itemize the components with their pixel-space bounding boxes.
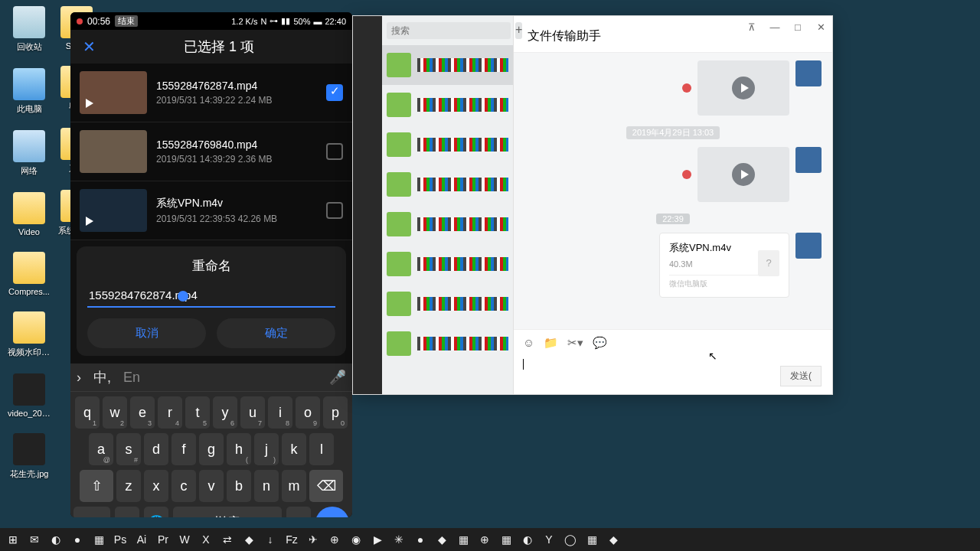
ok-button[interactable]: 确定 [217,318,335,348]
taskbar-app[interactable]: ↓ [260,530,280,549]
desktop-icon-compress[interactable]: Compres... [8,252,51,296]
key-x[interactable]: x [144,470,168,502]
key-k[interactable]: k [282,433,306,465]
taskbar-app[interactable]: ✳ [389,530,409,549]
avatar[interactable] [795,60,822,86]
close-icon[interactable]: ✕ [809,16,832,39]
backspace-key[interactable]: ⌫ [309,470,343,502]
key-u[interactable]: u7 [240,396,265,429]
conversation-item[interactable] [382,165,513,204]
globe-key[interactable]: 🌐 [144,507,168,517]
key-p[interactable]: p0 [323,396,348,429]
taskbar-app[interactable]: X [196,530,216,549]
status-rec-label[interactable]: 结束 [115,15,138,27]
taskbar-app[interactable]: ▦ [89,530,109,549]
emoji-icon[interactable]: ☺ [523,336,534,350]
text-cursor-handle[interactable] [178,291,188,302]
key-v[interactable]: v [199,470,224,502]
taskbar-app[interactable]: ⇄ [217,530,237,549]
desktop-icon-watermark[interactable]: 视频水印去除 [8,311,51,358]
conversation-item[interactable] [382,125,513,165]
taskbar-app[interactable]: ▶ [368,530,387,549]
conversation-item[interactable] [382,324,513,364]
conversation-item[interactable] [382,45,513,85]
taskbar-app[interactable]: ◐ [518,530,537,549]
taskbar-app[interactable]: ⊕ [325,530,345,549]
taskbar-app[interactable]: Ai [132,530,152,549]
taskbar-app[interactable]: ◆ [603,530,623,549]
taskbar-app[interactable]: ● [67,530,87,549]
send-button[interactable]: 发送( [780,366,822,386]
taskbar-app[interactable]: ◯ [560,530,580,549]
enter-key[interactable]: ✓ [315,507,349,517]
taskbar-app[interactable]: W [175,530,194,549]
taskbar-app[interactable]: ◆ [239,530,259,549]
file-message[interactable]: 系统VPN.m4v 40.3M ? 微信电脑版 [659,233,789,298]
folder-icon[interactable]: 📁 [544,336,558,350]
taskbar-app[interactable]: ▦ [453,530,473,549]
taskbar-app[interactable]: ◐ [46,530,66,549]
numeric-key[interactable]: ?123 [74,507,110,517]
taskbar-app[interactable]: ▦ [582,530,602,549]
start-button[interactable]: ⊞ [3,530,23,549]
file-checkbox[interactable] [326,202,343,219]
key-h[interactable]: h( [227,433,251,465]
avatar[interactable] [795,233,822,259]
taskbar-app[interactable]: ✉ [24,530,44,549]
ime-expand-icon[interactable]: › [77,370,81,386]
ime-lang-cn[interactable]: 中, [93,368,111,386]
rename-input[interactable] [87,285,335,308]
key-y[interactable]: y6 [213,396,237,429]
taskbar-app[interactable]: ● [410,530,430,549]
key-j[interactable]: j) [254,433,279,465]
key-t[interactable]: t5 [185,396,210,429]
video-message[interactable] [697,60,789,116]
taskbar-app[interactable]: ⊕ [475,530,495,549]
file-item[interactable]: 1559284769840.mp4 2019/5/31 14:39:29 2.3… [70,122,352,181]
conversation-item[interactable] [382,85,513,125]
key-m[interactable]: m [282,470,306,502]
maximize-icon[interactable]: □ [786,16,809,39]
key-o[interactable]: o9 [296,396,320,429]
message-area[interactable]: 2019年4月29日 13:03 22:39 系统VPN.m4v 40.3M ?… [514,53,832,329]
ime-lang-en[interactable]: En [123,370,140,386]
key-e[interactable]: e3 [130,396,155,429]
key-b[interactable]: b [227,470,251,502]
desktop-icon-video201[interactable]: video_201... [8,373,51,418]
key-n[interactable]: n [254,470,279,502]
taskbar-app[interactable]: Fz [282,530,302,549]
file-checkbox[interactable] [326,143,343,160]
desktop-icon-recycle[interactable]: 回收站 [8,6,51,53]
conversation-item[interactable] [382,284,513,324]
key-i[interactable]: i8 [268,396,292,429]
taskbar-app[interactable]: Pr [153,530,173,549]
file-item[interactable]: 1559284762874.mp4 2019/5/31 14:39:22 2.2… [70,64,352,122]
chat-history-icon[interactable]: 💬 [593,336,607,350]
key-r[interactable]: r4 [158,396,182,429]
key-q[interactable]: q1 [75,396,100,429]
screenshot-icon[interactable]: ✂▾ [567,336,583,350]
desktop-icon-hsk[interactable]: 花生壳.jpg [8,433,51,480]
taskbar-app[interactable]: ◉ [346,530,366,549]
key-l[interactable]: l [309,433,334,465]
key-s[interactable]: s# [116,433,141,465]
cancel-button[interactable]: 取消 [87,318,206,348]
key-z[interactable]: z [116,470,141,502]
video-message[interactable] [697,147,789,202]
close-icon[interactable]: ✕ [81,37,96,56]
avatar[interactable] [795,147,822,173]
taskbar-app[interactable]: Ps [110,530,130,549]
taskbar-app[interactable]: Y [539,530,559,549]
period-key[interactable]: 。 [286,507,311,517]
minimize-icon[interactable]: — [763,16,786,39]
key-a[interactable]: a@ [89,433,113,465]
key-d[interactable]: d [144,433,168,465]
file-item[interactable]: 系统VPN.m4v 2019/5/31 22:39:53 42.26 MB [70,181,352,240]
taskbar-app[interactable]: ▦ [496,530,516,549]
desktop-icon-video[interactable]: Video [8,192,51,236]
conversation-item[interactable] [382,204,513,244]
shift-key[interactable]: ⇧ [80,470,113,502]
key-g[interactable]: g [199,433,224,465]
search-input[interactable] [387,22,511,39]
space-key[interactable]: 拼音 [173,507,282,517]
